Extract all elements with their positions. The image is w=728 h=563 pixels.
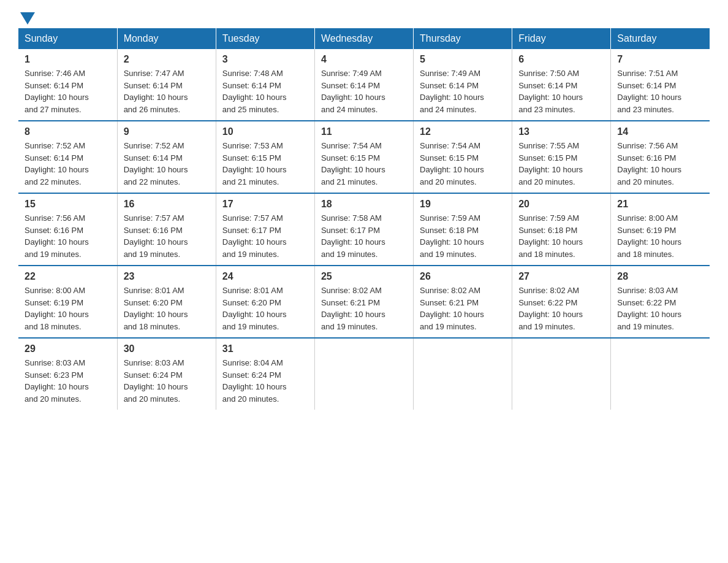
header-friday: Friday xyxy=(512,28,611,49)
day-info: Sunrise: 8:02 AMSunset: 6:21 PMDaylight:… xyxy=(321,285,407,332)
day-number: 31 xyxy=(222,343,308,354)
day-number: 24 xyxy=(222,271,308,282)
day-info: Sunrise: 8:03 AMSunset: 6:24 PMDaylight:… xyxy=(124,357,210,405)
calendar-cell: 26 Sunrise: 8:02 AMSunset: 6:21 PMDaylig… xyxy=(414,266,512,338)
logo xyxy=(18,12,37,22)
calendar-week-row: 1 Sunrise: 7:46 AMSunset: 6:14 PMDayligh… xyxy=(18,49,710,121)
calendar-week-row: 29 Sunrise: 8:03 AMSunset: 6:23 PMDaylig… xyxy=(18,338,710,410)
calendar-cell: 25 Sunrise: 8:02 AMSunset: 6:21 PMDaylig… xyxy=(314,266,413,338)
calendar-header-row: SundayMondayTuesdayWednesdayThursdayFrid… xyxy=(18,28,710,49)
day-info: Sunrise: 8:03 AMSunset: 6:23 PMDaylight:… xyxy=(25,357,111,405)
calendar-cell: 21 Sunrise: 8:00 AMSunset: 6:19 PMDaylig… xyxy=(611,193,710,266)
day-number: 13 xyxy=(518,126,604,137)
day-info: Sunrise: 7:46 AMSunset: 6:14 PMDaylight:… xyxy=(25,67,111,115)
day-info: Sunrise: 7:49 AMSunset: 6:14 PMDaylight:… xyxy=(321,67,407,115)
calendar-cell: 10 Sunrise: 7:53 AMSunset: 6:15 PMDaylig… xyxy=(216,121,314,193)
calendar-cell: 31 Sunrise: 8:04 AMSunset: 6:24 PMDaylig… xyxy=(216,338,314,410)
day-number: 19 xyxy=(420,199,506,210)
calendar-cell: 11 Sunrise: 7:54 AMSunset: 6:15 PMDaylig… xyxy=(314,121,413,193)
day-info: Sunrise: 7:50 AMSunset: 6:14 PMDaylight:… xyxy=(518,67,604,115)
day-number: 8 xyxy=(25,126,111,137)
day-number: 3 xyxy=(222,54,308,65)
day-info: Sunrise: 7:58 AMSunset: 6:17 PMDaylight:… xyxy=(321,212,407,260)
day-number: 28 xyxy=(617,271,703,282)
day-number: 17 xyxy=(222,199,308,210)
day-info: Sunrise: 8:00 AMSunset: 6:19 PMDaylight:… xyxy=(25,285,111,332)
day-info: Sunrise: 8:01 AMSunset: 6:20 PMDaylight:… xyxy=(124,285,210,332)
day-number: 18 xyxy=(321,199,407,210)
day-info: Sunrise: 7:49 AMSunset: 6:14 PMDaylight:… xyxy=(420,67,506,115)
calendar-cell: 18 Sunrise: 7:58 AMSunset: 6:17 PMDaylig… xyxy=(314,193,413,266)
calendar-cell: 3 Sunrise: 7:48 AMSunset: 6:14 PMDayligh… xyxy=(216,49,314,121)
day-info: Sunrise: 8:01 AMSunset: 6:20 PMDaylight:… xyxy=(222,285,308,332)
calendar-cell: 24 Sunrise: 8:01 AMSunset: 6:20 PMDaylig… xyxy=(216,266,314,338)
header-tuesday: Tuesday xyxy=(216,28,314,49)
logo-text xyxy=(18,12,37,25)
calendar-cell: 14 Sunrise: 7:56 AMSunset: 6:16 PMDaylig… xyxy=(611,121,710,193)
day-number: 30 xyxy=(124,343,210,354)
calendar-cell: 29 Sunrise: 8:03 AMSunset: 6:23 PMDaylig… xyxy=(18,338,117,410)
day-info: Sunrise: 8:00 AMSunset: 6:19 PMDaylight:… xyxy=(617,212,703,260)
day-number: 15 xyxy=(25,199,111,210)
day-info: Sunrise: 7:53 AMSunset: 6:15 PMDaylight:… xyxy=(222,140,308,188)
day-number: 1 xyxy=(25,54,111,65)
day-info: Sunrise: 7:56 AMSunset: 6:16 PMDaylight:… xyxy=(25,212,111,260)
calendar-cell: 5 Sunrise: 7:49 AMSunset: 6:14 PMDayligh… xyxy=(414,49,512,121)
header-saturday: Saturday xyxy=(611,28,710,49)
day-number: 27 xyxy=(518,271,604,282)
calendar-cell: 9 Sunrise: 7:52 AMSunset: 6:14 PMDayligh… xyxy=(117,121,216,193)
day-number: 25 xyxy=(321,271,407,282)
day-number: 12 xyxy=(420,126,506,137)
calendar-cell: 19 Sunrise: 7:59 AMSunset: 6:18 PMDaylig… xyxy=(414,193,512,266)
calendar-week-row: 8 Sunrise: 7:52 AMSunset: 6:14 PMDayligh… xyxy=(18,121,710,193)
calendar-cell: 1 Sunrise: 7:46 AMSunset: 6:14 PMDayligh… xyxy=(18,49,117,121)
day-number: 4 xyxy=(321,54,407,65)
day-info: Sunrise: 8:02 AMSunset: 6:21 PMDaylight:… xyxy=(420,285,506,332)
day-info: Sunrise: 7:52 AMSunset: 6:14 PMDaylight:… xyxy=(124,140,210,188)
logo-triangle-icon xyxy=(20,12,35,25)
day-info: Sunrise: 8:04 AMSunset: 6:24 PMDaylight:… xyxy=(222,357,308,405)
calendar-cell xyxy=(314,338,413,410)
calendar-week-row: 22 Sunrise: 8:00 AMSunset: 6:19 PMDaylig… xyxy=(18,266,710,338)
day-number: 16 xyxy=(124,199,210,210)
day-number: 6 xyxy=(518,54,604,65)
header-thursday: Thursday xyxy=(414,28,512,49)
day-number: 20 xyxy=(518,199,604,210)
calendar-cell: 22 Sunrise: 8:00 AMSunset: 6:19 PMDaylig… xyxy=(18,266,117,338)
day-number: 21 xyxy=(617,199,703,210)
calendar-table: SundayMondayTuesdayWednesdayThursdayFrid… xyxy=(18,28,710,410)
calendar-cell: 28 Sunrise: 8:03 AMSunset: 6:22 PMDaylig… xyxy=(611,266,710,338)
day-info: Sunrise: 7:57 AMSunset: 6:16 PMDaylight:… xyxy=(124,212,210,260)
calendar-cell: 23 Sunrise: 8:01 AMSunset: 6:20 PMDaylig… xyxy=(117,266,216,338)
calendar-cell: 17 Sunrise: 7:57 AMSunset: 6:17 PMDaylig… xyxy=(216,193,314,266)
calendar-cell: 16 Sunrise: 7:57 AMSunset: 6:16 PMDaylig… xyxy=(117,193,216,266)
calendar-cell: 7 Sunrise: 7:51 AMSunset: 6:14 PMDayligh… xyxy=(611,49,710,121)
calendar-cell: 6 Sunrise: 7:50 AMSunset: 6:14 PMDayligh… xyxy=(512,49,611,121)
day-number: 29 xyxy=(25,343,111,354)
calendar-cell xyxy=(611,338,710,410)
day-info: Sunrise: 7:54 AMSunset: 6:15 PMDaylight:… xyxy=(420,140,506,188)
day-info: Sunrise: 7:59 AMSunset: 6:18 PMDaylight:… xyxy=(518,212,604,260)
day-info: Sunrise: 7:51 AMSunset: 6:14 PMDaylight:… xyxy=(617,67,703,115)
day-info: Sunrise: 8:02 AMSunset: 6:22 PMDaylight:… xyxy=(518,285,604,332)
day-number: 5 xyxy=(420,54,506,65)
header-sunday: Sunday xyxy=(18,28,117,49)
calendar-cell: 30 Sunrise: 8:03 AMSunset: 6:24 PMDaylig… xyxy=(117,338,216,410)
day-number: 2 xyxy=(124,54,210,65)
day-info: Sunrise: 7:52 AMSunset: 6:14 PMDaylight:… xyxy=(25,140,111,188)
calendar-cell: 2 Sunrise: 7:47 AMSunset: 6:14 PMDayligh… xyxy=(117,49,216,121)
day-info: Sunrise: 7:59 AMSunset: 6:18 PMDaylight:… xyxy=(420,212,506,260)
calendar-cell xyxy=(512,338,611,410)
calendar-cell: 20 Sunrise: 7:59 AMSunset: 6:18 PMDaylig… xyxy=(512,193,611,266)
day-number: 26 xyxy=(420,271,506,282)
day-info: Sunrise: 8:03 AMSunset: 6:22 PMDaylight:… xyxy=(617,285,703,332)
calendar-cell: 15 Sunrise: 7:56 AMSunset: 6:16 PMDaylig… xyxy=(18,193,117,266)
day-number: 22 xyxy=(25,271,111,282)
day-number: 7 xyxy=(617,54,703,65)
day-info: Sunrise: 7:56 AMSunset: 6:16 PMDaylight:… xyxy=(617,140,703,188)
calendar-cell: 27 Sunrise: 8:02 AMSunset: 6:22 PMDaylig… xyxy=(512,266,611,338)
day-number: 11 xyxy=(321,126,407,137)
day-info: Sunrise: 7:55 AMSunset: 6:15 PMDaylight:… xyxy=(518,140,604,188)
calendar-cell: 4 Sunrise: 7:49 AMSunset: 6:14 PMDayligh… xyxy=(314,49,413,121)
header-monday: Monday xyxy=(117,28,216,49)
